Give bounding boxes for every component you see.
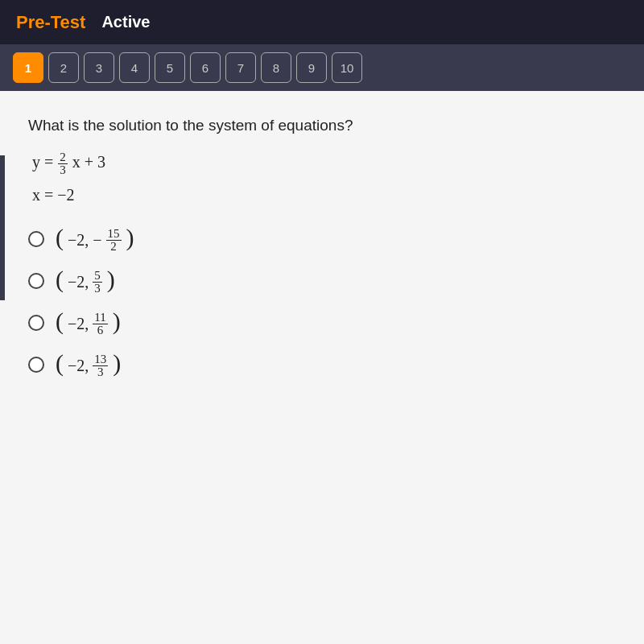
pre-test-label: Pre-Test [16, 12, 85, 33]
screen: Pre-Test Active 1 2 3 4 5 6 7 8 9 10 Wha… [0, 0, 644, 644]
radio-c[interactable] [28, 315, 44, 331]
radio-a[interactable] [28, 231, 44, 247]
choice-b[interactable]: ( −2, 5 3 ) [28, 267, 616, 295]
fraction-2-3: 2 3 [58, 151, 68, 176]
nav-btn-7[interactable]: 7 [225, 52, 256, 83]
nav-btn-10[interactable]: 10 [332, 52, 362, 83]
nav-btn-8[interactable]: 8 [261, 52, 291, 83]
nav-btn-6[interactable]: 6 [190, 52, 221, 83]
choice-a[interactable]: ( −2, − 15 2 ) [28, 225, 616, 253]
fraction-5-3: 5 3 [93, 270, 102, 295]
equations-block: y = 2 3 x + 3 x = −2 [32, 151, 616, 204]
choice-d[interactable]: ( −2, 13 3 ) [28, 351, 616, 378]
choice-d-text: ( −2, 13 3 ) [56, 351, 121, 378]
choice-c-text: ( −2, 11 6 ) [56, 309, 121, 336]
equation-2: x = −2 [32, 186, 616, 204]
nav-btn-1[interactable]: 1 [13, 52, 43, 83]
radio-b[interactable] [28, 273, 44, 289]
equation-1: y = 2 3 x + 3 [32, 151, 616, 176]
choice-b-text: ( −2, 5 3 ) [56, 267, 115, 295]
nav-btn-5[interactable]: 5 [155, 52, 185, 83]
fraction-11-6: 11 6 [93, 312, 107, 336]
choice-c[interactable]: ( −2, 11 6 ) [28, 309, 616, 336]
choices: ( −2, − 15 2 ) ( −2, [28, 225, 616, 378]
active-label: Active [101, 13, 150, 31]
question-nav: 1 2 3 4 5 6 7 8 9 10 [0, 44, 644, 91]
nav-btn-3[interactable]: 3 [84, 52, 114, 83]
nav-btn-2[interactable]: 2 [48, 52, 79, 83]
top-bar: Pre-Test Active [0, 0, 644, 44]
fraction-15-2: 15 2 [106, 228, 122, 253]
fraction-13-3: 13 3 [93, 353, 108, 378]
nav-btn-4[interactable]: 4 [119, 52, 150, 83]
choice-a-text: ( −2, − 15 2 ) [56, 225, 134, 253]
radio-d[interactable] [28, 357, 44, 373]
content-area: What is the solution to the system of eq… [0, 91, 644, 644]
nav-btn-9[interactable]: 9 [296, 52, 327, 83]
question-text: What is the solution to the system of eq… [28, 115, 616, 137]
